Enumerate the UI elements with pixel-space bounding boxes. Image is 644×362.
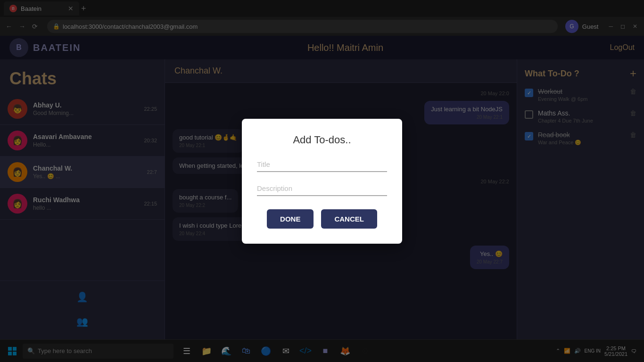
todo-description-input[interactable] bbox=[257, 181, 387, 196]
modal-title: Add To-dos.. bbox=[257, 134, 387, 146]
todo-title-input[interactable] bbox=[257, 157, 387, 172]
done-button[interactable]: DONE bbox=[267, 209, 314, 229]
modal-buttons: DONE CANCEL bbox=[257, 209, 387, 229]
modal-overlay: Add To-dos.. DONE CANCEL bbox=[0, 0, 644, 362]
cancel-button[interactable]: CANCEL bbox=[321, 209, 377, 229]
add-todo-modal: Add To-dos.. DONE CANCEL bbox=[242, 119, 402, 244]
